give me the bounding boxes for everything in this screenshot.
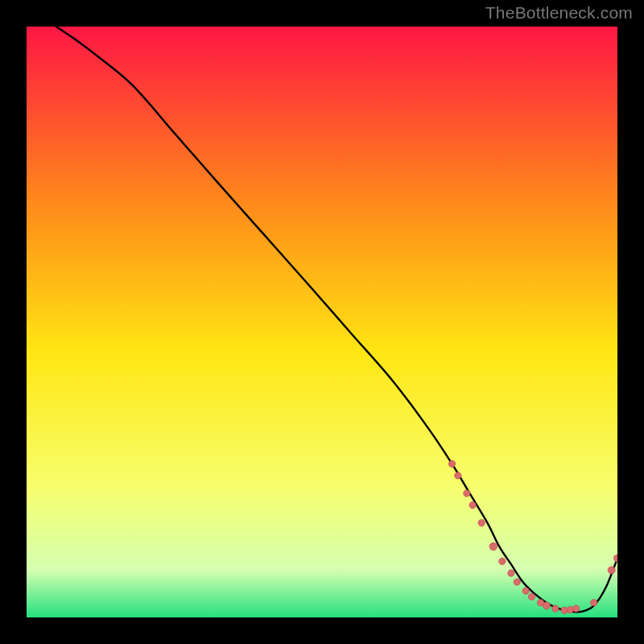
data-point bbox=[543, 602, 550, 609]
data-point bbox=[469, 502, 476, 508]
data-point bbox=[567, 606, 573, 613]
bottleneck-chart bbox=[27, 27, 617, 617]
data-point bbox=[478, 519, 485, 526]
data-point bbox=[464, 490, 470, 497]
data-point bbox=[455, 473, 461, 479]
data-point bbox=[572, 605, 579, 612]
data-point bbox=[514, 579, 520, 585]
data-point bbox=[590, 599, 597, 605]
gradient-background bbox=[27, 27, 617, 617]
watermark-label: TheBottleneck.com bbox=[485, 3, 633, 23]
data-point bbox=[499, 558, 506, 564]
chart-frame: TheBottleneck.com bbox=[0, 0, 644, 644]
data-point bbox=[489, 543, 497, 551]
plot-area bbox=[27, 27, 617, 617]
data-point bbox=[448, 460, 455, 467]
data-point bbox=[552, 605, 559, 612]
data-point bbox=[528, 593, 535, 600]
data-point bbox=[608, 567, 615, 574]
data-point bbox=[522, 588, 529, 594]
data-point bbox=[508, 570, 514, 576]
